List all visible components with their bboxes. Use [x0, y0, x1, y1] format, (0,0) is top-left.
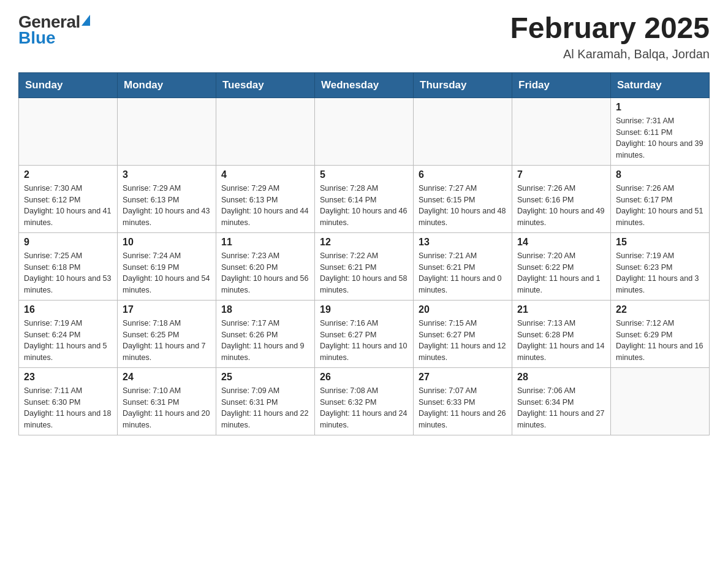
table-row: 27Sunrise: 7:07 AM Sunset: 6:33 PM Dayli…: [414, 367, 512, 435]
day-info: Sunrise: 7:06 AM Sunset: 6:34 PM Dayligh…: [517, 385, 605, 431]
day-info: Sunrise: 7:10 AM Sunset: 6:31 PM Dayligh…: [123, 385, 211, 431]
calendar-week-row: 2Sunrise: 7:30 AM Sunset: 6:12 PM Daylig…: [19, 165, 710, 232]
table-row: 22Sunrise: 7:12 AM Sunset: 6:29 PM Dayli…: [611, 300, 710, 367]
calendar-subtitle: Al Karamah, Balqa, Jordan: [510, 47, 710, 61]
header-friday: Friday: [512, 72, 611, 98]
table-row: 24Sunrise: 7:10 AM Sunset: 6:31 PM Dayli…: [118, 367, 216, 435]
table-row: 7Sunrise: 7:26 AM Sunset: 6:16 PM Daylig…: [512, 165, 611, 232]
table-row: 18Sunrise: 7:17 AM Sunset: 6:26 PM Dayli…: [216, 300, 315, 367]
table-row: [19, 98, 118, 165]
header-saturday: Saturday: [611, 72, 710, 98]
day-number: 28: [517, 372, 605, 383]
logo-blue-text: Blue: [18, 28, 56, 48]
calendar-header-row: Sunday Monday Tuesday Wednesday Thursday…: [19, 72, 710, 98]
day-number: 18: [221, 304, 309, 315]
day-info: Sunrise: 7:26 AM Sunset: 6:16 PM Dayligh…: [517, 183, 605, 229]
table-row: [611, 367, 710, 435]
table-row: 5Sunrise: 7:28 AM Sunset: 6:14 PM Daylig…: [315, 165, 414, 232]
table-row: 16Sunrise: 7:19 AM Sunset: 6:24 PM Dayli…: [19, 300, 118, 367]
table-row: [216, 98, 315, 165]
table-row: 1Sunrise: 7:31 AM Sunset: 6:11 PM Daylig…: [611, 98, 710, 165]
table-row: 8Sunrise: 7:26 AM Sunset: 6:17 PM Daylig…: [611, 165, 710, 232]
table-row: 26Sunrise: 7:08 AM Sunset: 6:32 PM Dayli…: [315, 367, 414, 435]
day-number: 25: [221, 372, 309, 383]
table-row: 9Sunrise: 7:25 AM Sunset: 6:18 PM Daylig…: [19, 232, 118, 300]
day-info: Sunrise: 7:30 AM Sunset: 6:12 PM Dayligh…: [24, 183, 112, 229]
calendar-week-row: 23Sunrise: 7:11 AM Sunset: 6:30 PM Dayli…: [19, 367, 710, 435]
calendar-title: February 2025: [510, 12, 710, 45]
day-number: 26: [320, 372, 408, 383]
day-number: 21: [517, 304, 605, 315]
page-header: General Blue February 2025 Al Karamah, B…: [18, 12, 710, 61]
day-number: 20: [419, 304, 507, 315]
table-row: 23Sunrise: 7:11 AM Sunset: 6:30 PM Dayli…: [19, 367, 118, 435]
day-info: Sunrise: 7:31 AM Sunset: 6:11 PM Dayligh…: [616, 115, 704, 161]
table-row: 12Sunrise: 7:22 AM Sunset: 6:21 PM Dayli…: [315, 232, 414, 300]
day-info: Sunrise: 7:22 AM Sunset: 6:21 PM Dayligh…: [320, 250, 408, 296]
table-row: 13Sunrise: 7:21 AM Sunset: 6:21 PM Dayli…: [414, 232, 512, 300]
header-tuesday: Tuesday: [216, 72, 315, 98]
table-row: 15Sunrise: 7:19 AM Sunset: 6:23 PM Dayli…: [611, 232, 710, 300]
day-number: 12: [320, 237, 408, 248]
day-number: 22: [616, 304, 704, 315]
day-number: 1: [616, 102, 704, 113]
table-row: 17Sunrise: 7:18 AM Sunset: 6:25 PM Dayli…: [118, 300, 216, 367]
table-row: 28Sunrise: 7:06 AM Sunset: 6:34 PM Dayli…: [512, 367, 611, 435]
day-info: Sunrise: 7:21 AM Sunset: 6:21 PM Dayligh…: [419, 250, 507, 296]
table-row: [414, 98, 512, 165]
day-info: Sunrise: 7:29 AM Sunset: 6:13 PM Dayligh…: [221, 183, 309, 229]
day-number: 10: [123, 237, 211, 248]
header-monday: Monday: [118, 72, 216, 98]
day-info: Sunrise: 7:13 AM Sunset: 6:28 PM Dayligh…: [517, 318, 605, 364]
day-number: 23: [24, 372, 112, 383]
day-number: 4: [221, 169, 309, 180]
calendar-week-row: 1Sunrise: 7:31 AM Sunset: 6:11 PM Daylig…: [19, 98, 710, 165]
day-number: 3: [123, 169, 211, 180]
table-row: 21Sunrise: 7:13 AM Sunset: 6:28 PM Dayli…: [512, 300, 611, 367]
table-row: 6Sunrise: 7:27 AM Sunset: 6:15 PM Daylig…: [414, 165, 512, 232]
day-info: Sunrise: 7:07 AM Sunset: 6:33 PM Dayligh…: [419, 385, 507, 431]
day-number: 5: [320, 169, 408, 180]
day-info: Sunrise: 7:19 AM Sunset: 6:23 PM Dayligh…: [616, 250, 704, 296]
day-info: Sunrise: 7:28 AM Sunset: 6:14 PM Dayligh…: [320, 183, 408, 229]
day-number: 19: [320, 304, 408, 315]
header-sunday: Sunday: [19, 72, 118, 98]
day-info: Sunrise: 7:20 AM Sunset: 6:22 PM Dayligh…: [517, 250, 605, 296]
table-row: [512, 98, 611, 165]
calendar-week-row: 9Sunrise: 7:25 AM Sunset: 6:18 PM Daylig…: [19, 232, 710, 300]
day-number: 9: [24, 237, 112, 248]
day-info: Sunrise: 7:09 AM Sunset: 6:31 PM Dayligh…: [221, 385, 309, 431]
day-info: Sunrise: 7:24 AM Sunset: 6:19 PM Dayligh…: [123, 250, 211, 296]
day-info: Sunrise: 7:26 AM Sunset: 6:17 PM Dayligh…: [616, 183, 704, 229]
day-number: 24: [123, 372, 211, 383]
day-number: 14: [517, 237, 605, 248]
table-row: 3Sunrise: 7:29 AM Sunset: 6:13 PM Daylig…: [118, 165, 216, 232]
calendar-week-row: 16Sunrise: 7:19 AM Sunset: 6:24 PM Dayli…: [19, 300, 710, 367]
header-wednesday: Wednesday: [315, 72, 414, 98]
table-row: 4Sunrise: 7:29 AM Sunset: 6:13 PM Daylig…: [216, 165, 315, 232]
calendar-table: Sunday Monday Tuesday Wednesday Thursday…: [18, 72, 710, 435]
day-info: Sunrise: 7:08 AM Sunset: 6:32 PM Dayligh…: [320, 385, 408, 431]
table-row: 19Sunrise: 7:16 AM Sunset: 6:27 PM Dayli…: [315, 300, 414, 367]
day-info: Sunrise: 7:16 AM Sunset: 6:27 PM Dayligh…: [320, 318, 408, 364]
table-row: 25Sunrise: 7:09 AM Sunset: 6:31 PM Dayli…: [216, 367, 315, 435]
day-number: 6: [419, 169, 507, 180]
day-number: 27: [419, 372, 507, 383]
table-row: 2Sunrise: 7:30 AM Sunset: 6:12 PM Daylig…: [19, 165, 118, 232]
logo-triangle-icon: [82, 15, 90, 26]
day-number: 8: [616, 169, 704, 180]
day-info: Sunrise: 7:15 AM Sunset: 6:27 PM Dayligh…: [419, 318, 507, 364]
day-info: Sunrise: 7:18 AM Sunset: 6:25 PM Dayligh…: [123, 318, 211, 364]
day-info: Sunrise: 7:25 AM Sunset: 6:18 PM Dayligh…: [24, 250, 112, 296]
day-info: Sunrise: 7:19 AM Sunset: 6:24 PM Dayligh…: [24, 318, 112, 364]
table-row: 20Sunrise: 7:15 AM Sunset: 6:27 PM Dayli…: [414, 300, 512, 367]
day-number: 7: [517, 169, 605, 180]
day-info: Sunrise: 7:27 AM Sunset: 6:15 PM Dayligh…: [419, 183, 507, 229]
table-row: [118, 98, 216, 165]
table-row: 14Sunrise: 7:20 AM Sunset: 6:22 PM Dayli…: [512, 232, 611, 300]
day-number: 15: [616, 237, 704, 248]
header-thursday: Thursday: [414, 72, 512, 98]
day-info: Sunrise: 7:23 AM Sunset: 6:20 PM Dayligh…: [221, 250, 309, 296]
day-number: 13: [419, 237, 507, 248]
day-number: 11: [221, 237, 309, 248]
